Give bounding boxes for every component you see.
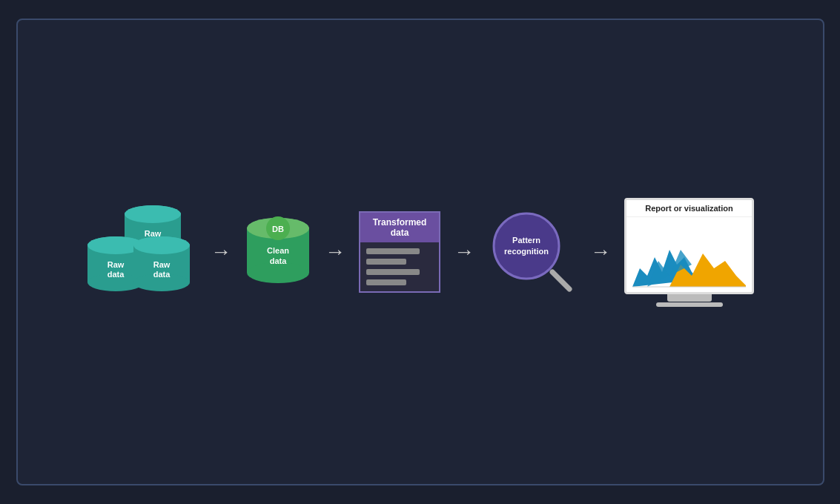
raw-data-step: Raw data Raw data Raw data — [86, 204, 197, 300]
arrow-3: → — [454, 240, 474, 264]
data-line-4 — [366, 279, 406, 285]
svg-line-27 — [552, 272, 569, 289]
svg-point-3 — [125, 205, 181, 223]
svg-text:Pattern: Pattern — [512, 236, 540, 245]
monitor-screen: Report or visualization — [624, 198, 754, 294]
main-container: Raw data Raw data Raw data — [16, 19, 824, 485]
monitor-base — [656, 302, 723, 307]
data-line-2 — [366, 259, 406, 265]
svg-text:recognition: recognition — [504, 247, 549, 256]
svg-text:data: data — [270, 256, 288, 265]
monitor-chart — [626, 217, 752, 292]
clean-data-step: DB Clean data — [245, 215, 311, 289]
db-cylinder: DB Clean data — [245, 215, 311, 289]
svg-point-15 — [133, 236, 190, 254]
report-visualization-step: Report or visualization — [624, 198, 754, 307]
monitor-stand — [667, 294, 712, 302]
transformed-data-lines — [360, 242, 439, 291]
transformed-data-step: Transformed data — [359, 211, 440, 293]
pattern-recognition-step: Pattern recognition — [488, 208, 577, 296]
svg-text:data: data — [153, 270, 171, 279]
svg-text:Raw: Raw — [108, 260, 125, 269]
transformed-data-header: Transformed data — [360, 213, 439, 242]
raw-data-cylinder-right: Raw data — [132, 235, 191, 294]
pipeline-diagram: Raw data Raw data Raw data — [86, 198, 754, 307]
svg-text:data: data — [108, 270, 125, 279]
monitor-title: Report or visualization — [626, 200, 752, 217]
data-line-1 — [366, 248, 420, 254]
svg-point-26 — [494, 213, 559, 279]
svg-text:Raw: Raw — [153, 260, 171, 269]
chart-svg — [632, 235, 746, 291]
arrow-2: → — [325, 240, 345, 264]
magnifier-icon: Pattern recognition — [488, 208, 577, 296]
arrow-4: → — [590, 240, 611, 264]
arrow-1: → — [211, 240, 231, 264]
data-line-3 — [366, 269, 420, 275]
svg-point-20 — [247, 262, 309, 283]
svg-text:DB: DB — [272, 225, 284, 233]
svg-text:Clean: Clean — [267, 246, 289, 255]
